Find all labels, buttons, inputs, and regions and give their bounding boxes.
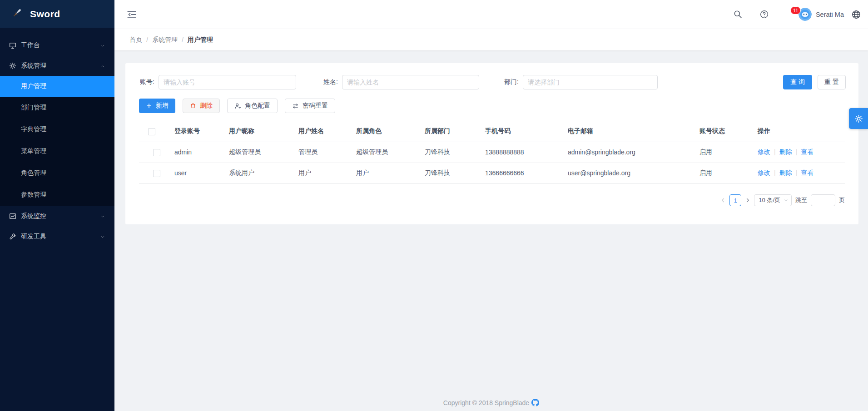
help-icon[interactable]	[760, 10, 769, 19]
breadcrumb-home[interactable]: 首页	[129, 36, 142, 44]
filter-name: 姓名:	[323, 75, 479, 89]
sidebar-menu: 工作台 系统管理 用户管理	[0, 28, 114, 247]
delete-button-label: 删除	[200, 102, 213, 110]
monitor-icon	[9, 42, 16, 49]
cell-name: 用户	[289, 163, 347, 183]
sidebar-subitem-label: 部门管理	[21, 104, 46, 112]
sidebar-subitem-label: 用户管理	[21, 82, 46, 90]
cell-email: admin@springblade.org	[559, 142, 690, 163]
sidebar-item-system-monitor[interactable]: 系统监控	[0, 206, 114, 226]
footer: Copyright © 2018 SpringBlade	[114, 399, 868, 406]
next-page-icon[interactable]	[745, 198, 750, 203]
breadcrumb: 首页 / 系统管理 / 用户管理	[114, 29, 868, 50]
role-config-label: 角色配置	[245, 102, 270, 110]
language-globe-icon[interactable]	[852, 10, 861, 19]
sidebar-item-dev-tools[interactable]: 研发工具	[0, 226, 114, 247]
chevron-down-icon	[784, 198, 788, 203]
delete-link[interactable]: 删除	[779, 169, 792, 176]
view-link[interactable]: 查看	[801, 169, 813, 176]
sidebar-subitem-menu-mgmt[interactable]: 菜单管理	[0, 140, 114, 162]
search-icon[interactable]	[734, 10, 742, 19]
name-label: 姓名:	[323, 78, 338, 86]
sidebar-item-label: 系统管理	[21, 62, 100, 70]
jump-label: 跳至	[795, 196, 807, 204]
cell-nickname: 超级管理员	[220, 142, 289, 163]
column-header-email: 电子邮箱	[559, 121, 690, 142]
sidebar-subitem-dict-mgmt[interactable]: 字典管理	[0, 119, 114, 140]
edit-link[interactable]: 修改	[758, 169, 770, 176]
copyright-text: Copyright © 2018 SpringBlade	[443, 399, 529, 406]
action-divider: |	[774, 148, 776, 155]
breadcrumb-system-mgmt[interactable]: 系统管理	[152, 36, 178, 44]
users-table: 登录账号 用户昵称 用户姓名 所属角色 所属部门 手机号码 电子邮箱 账号状态 …	[139, 121, 845, 184]
cell-phone: 13666666666	[476, 163, 559, 183]
sidebar-subitem-label: 字典管理	[21, 125, 46, 134]
cell-status: 启用	[690, 163, 749, 183]
filter-department: 部门:	[504, 75, 658, 89]
sword-icon	[11, 7, 23, 20]
sidebar-subitem-label: 菜单管理	[21, 147, 46, 155]
account-input[interactable]	[159, 75, 296, 89]
trash-icon	[190, 103, 196, 109]
department-select[interactable]	[523, 75, 658, 89]
search-button[interactable]: 查 询	[783, 75, 812, 89]
sidebar-item-label: 工作台	[21, 41, 100, 50]
sidebar-item-system-mgmt[interactable]: 系统管理	[0, 55, 114, 76]
row-checkbox[interactable]	[153, 170, 160, 177]
chevron-down-icon	[100, 43, 105, 48]
notification-badge: 11	[790, 6, 801, 15]
action-divider: |	[796, 169, 798, 176]
table-row: admin 超级管理员 管理员 超级管理员 刀锋科技 13888888888 a…	[139, 142, 845, 163]
filter-account: 账号:	[140, 75, 296, 89]
sidebar-subitem-dept-mgmt[interactable]: 部门管理	[0, 97, 114, 119]
user-name[interactable]: Serati Ma	[816, 11, 844, 18]
column-header-status: 账号状态	[690, 121, 749, 142]
cell-role: 用户	[347, 163, 416, 183]
page-size-select[interactable]: 10 条/页	[754, 194, 792, 206]
page-unit-label: 页	[839, 196, 845, 204]
sidebar-subitem-param-mgmt[interactable]: 参数管理	[0, 184, 114, 206]
table-header-row: 登录账号 用户昵称 用户姓名 所属角色 所属部门 手机号码 电子邮箱 账号状态 …	[139, 121, 845, 142]
action-divider: |	[774, 169, 776, 176]
role-config-button[interactable]: 角色配置	[227, 99, 278, 113]
reset-button[interactable]: 重 置	[818, 75, 846, 89]
cell-account: admin	[165, 142, 220, 163]
column-header-name: 用户姓名	[289, 121, 347, 142]
add-button[interactable]: 新增	[139, 99, 175, 113]
cell-dept: 刀锋科技	[416, 142, 476, 163]
cell-account: user	[165, 163, 220, 183]
name-input[interactable]	[342, 75, 479, 89]
app-logo[interactable]: Sword	[0, 0, 114, 28]
user-plus-icon	[234, 103, 241, 109]
plus-icon	[146, 103, 152, 109]
delete-button[interactable]: 删除	[183, 99, 220, 113]
row-checkbox[interactable]	[153, 149, 160, 156]
gear-icon	[854, 114, 863, 123]
prev-page-icon[interactable]	[720, 198, 726, 203]
sidebar-subitem-user-mgmt[interactable]: 用户管理	[0, 76, 114, 97]
cell-dept: 刀锋科技	[416, 163, 476, 183]
app-window: Sword 工作台 系统管理	[0, 0, 868, 411]
cell-name: 管理员	[289, 142, 347, 163]
delete-link[interactable]: 删除	[779, 148, 792, 155]
sidebar-subitem-role-mgmt[interactable]: 角色管理	[0, 162, 114, 184]
table-toolbar: 新增 删除 角色配置 密码重置	[139, 99, 335, 113]
jump-page-input[interactable]	[811, 194, 835, 206]
password-reset-label: 密码重置	[303, 102, 328, 110]
user-management-card: 账号: 姓名: 部门: 查 询 重 置 新增 删除	[125, 63, 858, 224]
view-link[interactable]: 查看	[801, 148, 813, 155]
cell-role: 超级管理员	[347, 142, 416, 163]
add-button-label: 新增	[156, 102, 169, 110]
cell-phone: 13888888888	[476, 142, 559, 163]
github-icon[interactable]	[531, 399, 539, 406]
page-number[interactable]: 1	[729, 194, 741, 206]
menu-collapse-icon[interactable]	[127, 10, 137, 19]
edit-link[interactable]: 修改	[758, 148, 770, 155]
column-header-dept: 所属部门	[416, 121, 476, 142]
sidebar: Sword 工作台 系统管理	[0, 0, 114, 411]
sidebar-item-workbench[interactable]: 工作台	[0, 35, 114, 55]
select-all-checkbox[interactable]	[148, 128, 155, 135]
settings-drawer-button[interactable]	[849, 108, 868, 129]
page-size-value: 10 条/页	[759, 196, 780, 204]
password-reset-button[interactable]: 密码重置	[285, 99, 335, 113]
